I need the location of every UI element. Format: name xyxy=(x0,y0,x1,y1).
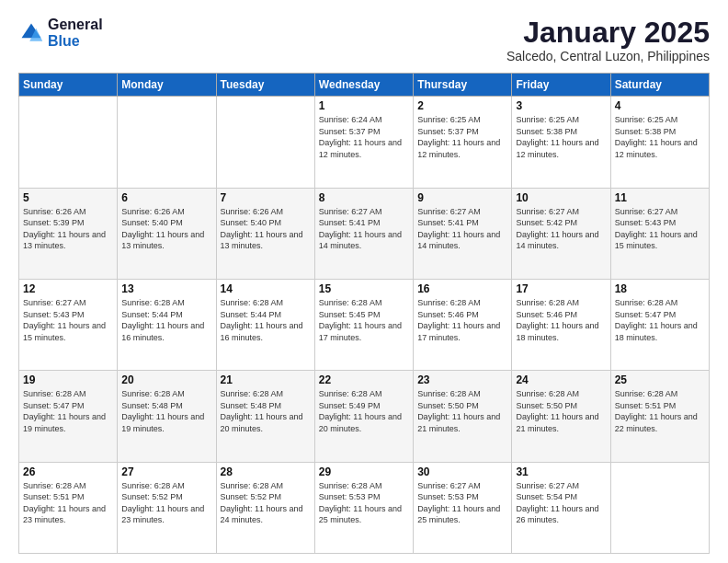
day-info: Sunrise: 6:28 AMSunset: 5:48 PMDaylight:… xyxy=(121,388,211,434)
day-info: Sunrise: 6:28 AMSunset: 5:52 PMDaylight:… xyxy=(221,480,311,526)
table-row: 19Sunrise: 6:28 AMSunset: 5:47 PMDayligh… xyxy=(19,371,118,462)
day-info: Sunrise: 6:25 AMSunset: 5:38 PMDaylight:… xyxy=(615,114,705,160)
table-row: 14Sunrise: 6:28 AMSunset: 5:44 PMDayligh… xyxy=(216,279,314,370)
day-info: Sunrise: 6:28 AMSunset: 5:49 PMDaylight:… xyxy=(319,388,409,434)
table-row: 27Sunrise: 6:28 AMSunset: 5:52 PMDayligh… xyxy=(118,462,216,553)
logo-blue: Blue xyxy=(48,33,103,50)
title-block: January 2025 Salcedo, Central Luzon, Phi… xyxy=(506,17,710,63)
day-info: Sunrise: 6:27 AMSunset: 5:42 PMDaylight:… xyxy=(516,206,606,252)
day-number: 23 xyxy=(417,373,507,386)
table-row: 7Sunrise: 6:26 AMSunset: 5:40 PMDaylight… xyxy=(216,188,314,279)
day-number: 28 xyxy=(221,465,311,478)
table-row: 16Sunrise: 6:28 AMSunset: 5:46 PMDayligh… xyxy=(414,279,512,370)
col-tuesday: Tuesday xyxy=(216,74,314,97)
col-friday: Friday xyxy=(512,74,610,97)
day-number: 13 xyxy=(121,282,211,295)
day-number: 12 xyxy=(23,282,113,295)
col-wednesday: Wednesday xyxy=(314,74,413,97)
table-row: 8Sunrise: 6:27 AMSunset: 5:41 PMDaylight… xyxy=(314,188,413,279)
day-number: 19 xyxy=(23,373,113,386)
table-row: 3Sunrise: 6:25 AMSunset: 5:38 PMDaylight… xyxy=(512,97,610,188)
day-info: Sunrise: 6:28 AMSunset: 5:51 PMDaylight:… xyxy=(615,388,705,434)
day-number: 17 xyxy=(516,282,606,295)
col-thursday: Thursday xyxy=(414,74,512,97)
logo-general: General xyxy=(48,17,103,33)
col-saturday: Saturday xyxy=(610,74,709,97)
table-row: 4Sunrise: 6:25 AMSunset: 5:38 PMDaylight… xyxy=(610,97,709,188)
table-row xyxy=(610,462,709,553)
day-info: Sunrise: 6:28 AMSunset: 5:51 PMDaylight:… xyxy=(23,480,113,526)
day-info: Sunrise: 6:27 AMSunset: 5:41 PMDaylight:… xyxy=(417,206,507,252)
day-number: 30 xyxy=(417,465,507,478)
calendar-week-row: 5Sunrise: 6:26 AMSunset: 5:39 PMDaylight… xyxy=(19,188,710,279)
table-row: 13Sunrise: 6:28 AMSunset: 5:44 PMDayligh… xyxy=(118,279,216,370)
day-info: Sunrise: 6:25 AMSunset: 5:38 PMDaylight:… xyxy=(516,114,606,160)
day-info: Sunrise: 6:28 AMSunset: 5:53 PMDaylight:… xyxy=(319,480,409,526)
table-row: 25Sunrise: 6:28 AMSunset: 5:51 PMDayligh… xyxy=(610,371,709,462)
day-number: 14 xyxy=(221,282,311,295)
table-row xyxy=(19,97,118,188)
table-row: 18Sunrise: 6:28 AMSunset: 5:47 PMDayligh… xyxy=(610,279,709,370)
month-title: January 2025 xyxy=(506,17,710,49)
day-info: Sunrise: 6:27 AMSunset: 5:53 PMDaylight:… xyxy=(417,480,507,526)
day-info: Sunrise: 6:28 AMSunset: 5:48 PMDaylight:… xyxy=(221,388,311,434)
calendar-week-row: 26Sunrise: 6:28 AMSunset: 5:51 PMDayligh… xyxy=(19,462,710,553)
day-number: 27 xyxy=(121,465,211,478)
table-row: 10Sunrise: 6:27 AMSunset: 5:42 PMDayligh… xyxy=(512,188,610,279)
day-number: 9 xyxy=(417,191,507,204)
table-row: 17Sunrise: 6:28 AMSunset: 5:46 PMDayligh… xyxy=(512,279,610,370)
table-row: 12Sunrise: 6:27 AMSunset: 5:43 PMDayligh… xyxy=(19,279,118,370)
day-info: Sunrise: 6:28 AMSunset: 5:47 PMDaylight:… xyxy=(615,297,705,343)
day-info: Sunrise: 6:28 AMSunset: 5:45 PMDaylight:… xyxy=(319,297,409,343)
day-info: Sunrise: 6:27 AMSunset: 5:54 PMDaylight:… xyxy=(516,480,606,526)
table-row: 24Sunrise: 6:28 AMSunset: 5:50 PMDayligh… xyxy=(512,371,610,462)
day-number: 18 xyxy=(615,282,705,295)
day-number: 26 xyxy=(23,465,113,478)
day-info: Sunrise: 6:24 AMSunset: 5:37 PMDaylight:… xyxy=(319,114,409,160)
table-row: 31Sunrise: 6:27 AMSunset: 5:54 PMDayligh… xyxy=(512,462,610,553)
day-info: Sunrise: 6:26 AMSunset: 5:39 PMDaylight:… xyxy=(23,206,113,252)
day-info: Sunrise: 6:28 AMSunset: 5:52 PMDaylight:… xyxy=(121,480,211,526)
table-row: 29Sunrise: 6:28 AMSunset: 5:53 PMDayligh… xyxy=(314,462,413,553)
table-row xyxy=(118,97,216,188)
day-number: 29 xyxy=(319,465,409,478)
table-row: 9Sunrise: 6:27 AMSunset: 5:41 PMDaylight… xyxy=(414,188,512,279)
table-row: 5Sunrise: 6:26 AMSunset: 5:39 PMDaylight… xyxy=(19,188,118,279)
page: General Blue January 2025 Salcedo, Centr… xyxy=(0,0,728,563)
calendar-week-row: 1Sunrise: 6:24 AMSunset: 5:37 PMDaylight… xyxy=(19,97,710,188)
calendar-week-row: 19Sunrise: 6:28 AMSunset: 5:47 PMDayligh… xyxy=(19,371,710,462)
day-number: 1 xyxy=(319,99,409,112)
day-number: 10 xyxy=(516,191,606,204)
day-number: 15 xyxy=(319,282,409,295)
table-row: 22Sunrise: 6:28 AMSunset: 5:49 PMDayligh… xyxy=(314,371,413,462)
day-info: Sunrise: 6:28 AMSunset: 5:44 PMDaylight:… xyxy=(121,297,211,343)
day-number: 24 xyxy=(516,373,606,386)
table-row: 15Sunrise: 6:28 AMSunset: 5:45 PMDayligh… xyxy=(314,279,413,370)
day-info: Sunrise: 6:26 AMSunset: 5:40 PMDaylight:… xyxy=(221,206,311,252)
day-number: 6 xyxy=(121,191,211,204)
day-number: 4 xyxy=(615,99,705,112)
day-info: Sunrise: 6:28 AMSunset: 5:47 PMDaylight:… xyxy=(23,388,113,434)
day-number: 25 xyxy=(615,373,705,386)
day-info: Sunrise: 6:27 AMSunset: 5:43 PMDaylight:… xyxy=(23,297,113,343)
col-monday: Monday xyxy=(118,74,216,97)
day-number: 5 xyxy=(23,191,113,204)
table-row: 28Sunrise: 6:28 AMSunset: 5:52 PMDayligh… xyxy=(216,462,314,553)
day-number: 3 xyxy=(516,99,606,112)
day-info: Sunrise: 6:26 AMSunset: 5:40 PMDaylight:… xyxy=(121,206,211,252)
calendar-header-row: Sunday Monday Tuesday Wednesday Thursday… xyxy=(19,74,710,97)
day-info: Sunrise: 6:28 AMSunset: 5:44 PMDaylight:… xyxy=(221,297,311,343)
day-info: Sunrise: 6:28 AMSunset: 5:46 PMDaylight:… xyxy=(417,297,507,343)
table-row: 23Sunrise: 6:28 AMSunset: 5:50 PMDayligh… xyxy=(414,371,512,462)
table-row: 6Sunrise: 6:26 AMSunset: 5:40 PMDaylight… xyxy=(118,188,216,279)
day-info: Sunrise: 6:28 AMSunset: 5:50 PMDaylight:… xyxy=(417,388,507,434)
table-row: 1Sunrise: 6:24 AMSunset: 5:37 PMDaylight… xyxy=(314,97,413,188)
day-info: Sunrise: 6:28 AMSunset: 5:46 PMDaylight:… xyxy=(516,297,606,343)
day-info: Sunrise: 6:27 AMSunset: 5:41 PMDaylight:… xyxy=(319,206,409,252)
table-row: 26Sunrise: 6:28 AMSunset: 5:51 PMDayligh… xyxy=(19,462,118,553)
day-number: 21 xyxy=(221,373,311,386)
header: General Blue January 2025 Salcedo, Centr… xyxy=(18,17,710,63)
day-number: 8 xyxy=(319,191,409,204)
day-number: 7 xyxy=(221,191,311,204)
day-info: Sunrise: 6:27 AMSunset: 5:43 PMDaylight:… xyxy=(615,206,705,252)
